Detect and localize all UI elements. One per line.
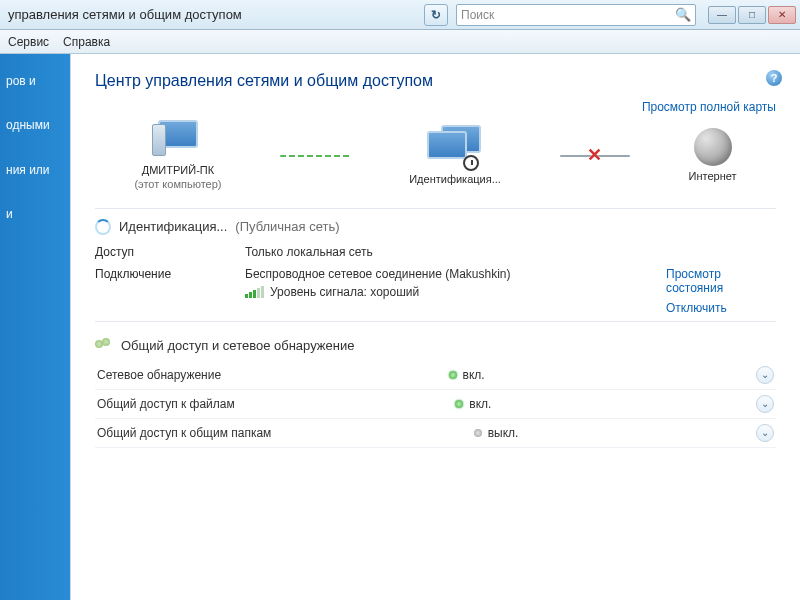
value-access: Только локальная сеть xyxy=(245,245,656,259)
network-icon xyxy=(427,125,483,169)
share-row[interactable]: Общий доступ к общим папкамвыкл.⌄ xyxy=(95,419,776,448)
signal-bars-icon xyxy=(245,286,264,298)
network-map: ДМИТРИЙ-ПК (этот компьютер) Идентификаци… xyxy=(95,114,776,202)
spinner-icon xyxy=(95,219,111,235)
share-row[interactable]: Общий доступ к файламвкл.⌄ xyxy=(95,390,776,419)
sharing-heading-text: Общий доступ и сетевое обнаружение xyxy=(121,338,354,353)
view-status-link[interactable]: Просмотр состояния xyxy=(666,267,776,295)
connection-line-ok xyxy=(280,155,350,157)
share-row-label: Общий доступ к файлам xyxy=(97,397,235,411)
sharing-heading: Общий доступ и сетевое обнаружение xyxy=(95,338,776,353)
node-this-pc: ДМИТРИЙ-ПК (этот компьютер) xyxy=(134,120,221,192)
chevron-down-icon[interactable]: ⌄ xyxy=(756,366,774,384)
node-label: ДМИТРИЙ-ПК xyxy=(134,164,221,178)
share-row-state: выкл. xyxy=(488,426,519,440)
chevron-down-icon[interactable]: ⌄ xyxy=(756,424,774,442)
status-network-type: (Публичная сеть) xyxy=(235,219,339,234)
node-network: Идентификация... xyxy=(409,125,501,187)
maximize-button[interactable]: □ xyxy=(738,6,766,24)
label-access: Доступ xyxy=(95,245,235,259)
window-titlebar: управления сетями и общим доступом ↻ Пои… xyxy=(0,0,800,30)
node-internet: Интернет xyxy=(689,128,737,184)
network-status-line: Идентификация... (Публичная сеть) xyxy=(95,219,776,235)
status-dot-icon xyxy=(449,371,457,379)
share-row-label: Сетевое обнаружение xyxy=(97,368,221,382)
node-sublabel: (этот компьютер) xyxy=(134,178,221,192)
node-label: Идентификация... xyxy=(409,173,501,187)
refresh-button[interactable]: ↻ xyxy=(424,4,448,26)
search-placeholder: Поиск xyxy=(461,8,494,22)
help-icon[interactable]: ? xyxy=(766,70,782,86)
share-row-label: Общий доступ к общим папкам xyxy=(97,426,271,440)
menubar: Сервис Справка xyxy=(0,30,800,54)
people-icon xyxy=(95,338,113,352)
content-pane: ? Центр управления сетями и общим доступ… xyxy=(70,54,800,600)
clock-overlay-icon xyxy=(463,155,479,171)
search-icon: 🔍 xyxy=(675,7,691,22)
computer-icon xyxy=(154,120,202,160)
separator xyxy=(95,208,776,209)
signal-label: Уровень сигнала: хороший xyxy=(270,285,419,299)
menu-help[interactable]: Справка xyxy=(63,35,110,49)
connection-line-broken xyxy=(560,155,630,157)
node-label: Интернет xyxy=(689,170,737,184)
value-connection: Беспроводное сетевое соединение (Makushk… xyxy=(245,267,656,281)
label-connection: Подключение xyxy=(95,267,235,281)
minimize-button[interactable]: — xyxy=(708,6,736,24)
status-dot-icon xyxy=(474,429,482,437)
sidebar-item[interactable]: одными xyxy=(6,118,64,132)
share-row-state: вкл. xyxy=(469,397,491,411)
menu-service[interactable]: Сервис xyxy=(8,35,49,49)
sidebar-item[interactable]: и xyxy=(6,207,64,221)
sidebar: ров и одными ния или и xyxy=(0,54,70,600)
share-row-state: вкл. xyxy=(463,368,485,382)
status-identifying: Идентификация... xyxy=(119,219,227,234)
chevron-down-icon[interactable]: ⌄ xyxy=(756,395,774,413)
sidebar-item[interactable]: ния или xyxy=(6,163,64,177)
close-button[interactable]: ✕ xyxy=(768,6,796,24)
page-title: Центр управления сетями и общим доступом xyxy=(95,72,776,90)
status-dot-icon xyxy=(455,400,463,408)
connection-details: Доступ Только локальная сеть Подключение… xyxy=(95,245,776,315)
globe-icon xyxy=(694,128,732,166)
view-full-map-link[interactable]: Просмотр полной карты xyxy=(642,100,776,114)
window-title: управления сетями и общим доступом xyxy=(8,7,242,22)
share-row[interactable]: Сетевое обнаружениевкл.⌄ xyxy=(95,361,776,390)
separator xyxy=(95,321,776,322)
signal-row: Уровень сигнала: хороший xyxy=(245,285,656,299)
search-input[interactable]: Поиск 🔍 xyxy=(456,4,696,26)
disconnect-link[interactable]: Отключить xyxy=(666,301,776,315)
sidebar-item[interactable]: ров и xyxy=(6,74,64,88)
